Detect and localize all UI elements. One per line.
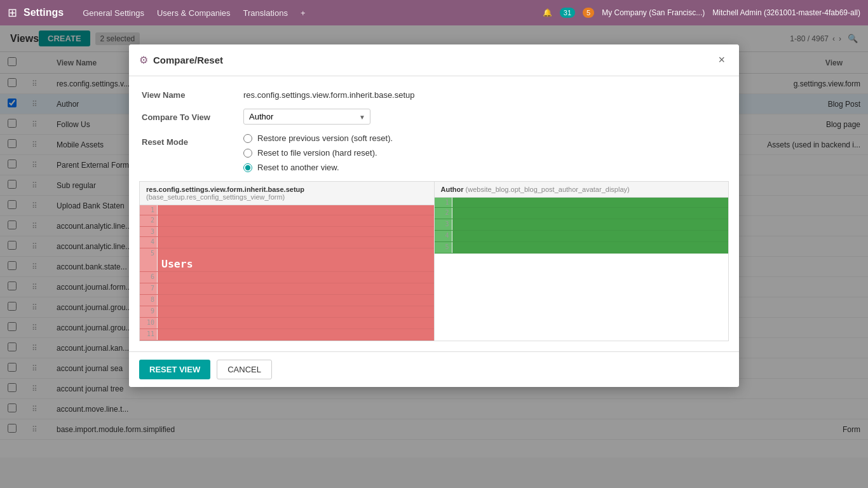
line-number: 2 [435, 208, 452, 219]
diff-left-header: res.config.settings.view.form.inherit.ba… [140, 182, 434, 205]
line-number: 5 [435, 242, 452, 253]
app-title: Settings [24, 7, 64, 18]
line-number: 8 [140, 295, 158, 306]
modal-close-button[interactable]: × [714, 52, 729, 68]
line-code [452, 242, 729, 253]
diff-line: 10 [140, 318, 434, 329]
topbar: ⊞ Settings General Settings Users & Comp… [0, 0, 868, 25]
radio-hard-reset[interactable]: Reset to file version (hard reset). [243, 148, 393, 158]
line-number: 4 [435, 231, 452, 241]
view-name-value: res.config.settings.view.form.inherit.ba… [243, 86, 726, 100]
line-code [158, 227, 434, 236]
company-selector[interactable]: My Company (San Francisc...) [602, 8, 705, 17]
diff-line: 11 [140, 329, 434, 341]
diff-line: 2 [140, 215, 434, 227]
line-number: 9 [140, 306, 158, 317]
diff-right-header: Author (website_blog.opt_blog_post_autho… [435, 182, 729, 198]
line-code [158, 318, 434, 329]
nav-more[interactable]: + [301, 8, 306, 18]
radio-view-reset[interactable]: Reset to another view. [243, 163, 393, 172]
radio-hard-input[interactable] [243, 149, 252, 158]
reset-view-button[interactable]: RESET VIEW [139, 360, 210, 379]
line-code [158, 272, 434, 283]
diff-line: 4 [140, 237, 434, 248]
line-code [158, 306, 434, 317]
line-number: 3 [435, 219, 452, 230]
diff-line: 8 [140, 295, 434, 306]
diff-line: 3 [435, 219, 729, 231]
line-number: 6 [140, 272, 158, 283]
line-number: 11 [140, 329, 158, 340]
compare-to-select-wrapper: Author Follow Us Mobile Assets ▼ [243, 109, 370, 125]
diff-right-lines: 12 3 4 5 [435, 198, 729, 254]
line-number: 5 [140, 248, 158, 271]
diff-line: 2 [435, 208, 729, 219]
line-number: 7 [140, 283, 158, 294]
radio-view-input[interactable] [243, 163, 252, 172]
line-code [452, 208, 729, 219]
line-code [452, 198, 729, 207]
line-number: 1 [435, 198, 452, 207]
main-content: Views CREATE 2 selected 1-80 / 4967 ‹ › … [0, 25, 868, 488]
radio-soft-reset[interactable]: Restore previous version (soft reset). [243, 133, 393, 143]
cancel-button[interactable]: CANCEL [217, 360, 272, 379]
diff-left-name: res.config.settings.view.form.inherit.ba… [146, 186, 304, 193]
nav-general-settings[interactable]: General Settings [83, 8, 144, 18]
diff-right-panel: Author (website_blog.opt_blog_post_autho… [435, 182, 729, 341]
chat-badge[interactable]: 31 [560, 8, 575, 18]
line-code [158, 283, 434, 294]
notification-icon[interactable]: 🔔 [543, 8, 552, 17]
diff-right-tech: (website_blog.opt_blog_post_author_avata… [466, 186, 630, 193]
modal-header: ⚙ Compare/Reset × [129, 44, 739, 76]
diff-left-panel: res.config.settings.view.form.inherit.ba… [140, 182, 434, 341]
line-code [452, 231, 729, 241]
line-code [158, 205, 434, 215]
compare-to-select[interactable]: Author Follow Us Mobile Assets [243, 109, 370, 125]
diff-left-lines: 12 34 5 Users6 7 8 9 10 11 [140, 205, 434, 341]
diff-line: 5 [435, 242, 729, 254]
modal-title: Compare/Reset [153, 55, 714, 65]
line-code [158, 329, 434, 340]
diff-container: res.config.settings.view.form.inherit.ba… [139, 181, 729, 341]
diff-line: 9 [140, 306, 434, 318]
line-code [158, 215, 434, 226]
topbar-nav: General Settings Users & Companies Trans… [83, 8, 305, 18]
compare-to-row: Compare To View Author Follow Us Mobile … [142, 109, 726, 125]
diff-line: 6 [140, 272, 434, 283]
user-menu[interactable]: Mitchell Admin (3261001-master-4fab69-al… [712, 8, 860, 17]
modal-icon: ⚙ [139, 54, 148, 66]
line-number: 10 [140, 318, 158, 329]
view-name-label: View Name [142, 86, 243, 100]
grid-icon[interactable]: ⊞ [8, 6, 17, 20]
diff-line: 7 [140, 283, 434, 295]
diff-right-name: Author [441, 186, 464, 193]
reset-mode-radio-group: Restore previous version (soft reset). R… [243, 133, 393, 172]
message-badge[interactable]: 5 [583, 8, 594, 18]
diff-left-tech: (base_setup.res_config_settings_view_for… [146, 193, 285, 201]
line-number: 2 [140, 215, 158, 226]
nav-users-companies[interactable]: Users & Companies [157, 8, 231, 18]
modal-footer: RESET VIEW CANCEL [129, 351, 739, 387]
modal-body: View Name res.config.settings.view.form.… [129, 76, 739, 351]
modal-overlay: ⚙ Compare/Reset × View Name res.config.s… [0, 25, 868, 488]
nav-translations[interactable]: Translations [243, 8, 288, 18]
line-number: 1 [140, 205, 158, 215]
line-code [158, 237, 434, 248]
reset-mode-row: Reset Mode Restore previous version (sof… [142, 133, 726, 172]
diff-line: 3 [140, 227, 434, 237]
diff-line: 4 [435, 231, 729, 242]
radio-view-label: Reset to another view. [257, 163, 339, 172]
radio-soft-label: Restore previous version (soft reset). [257, 133, 393, 143]
compare-to-label: Compare To View [142, 109, 243, 122]
line-code [158, 295, 434, 306]
line-code [452, 219, 729, 230]
compare-reset-modal: ⚙ Compare/Reset × View Name res.config.s… [129, 44, 739, 387]
diff-line: 5 Users [140, 248, 434, 272]
view-name-row: View Name res.config.settings.view.form.… [142, 86, 726, 100]
reset-mode-label: Reset Mode [142, 133, 243, 147]
diff-line: 1 [140, 205, 434, 215]
radio-soft-input[interactable] [243, 134, 252, 143]
radio-hard-label: Reset to file version (hard reset). [257, 148, 377, 158]
line-code: Users [158, 248, 434, 271]
line-number: 3 [140, 227, 158, 236]
